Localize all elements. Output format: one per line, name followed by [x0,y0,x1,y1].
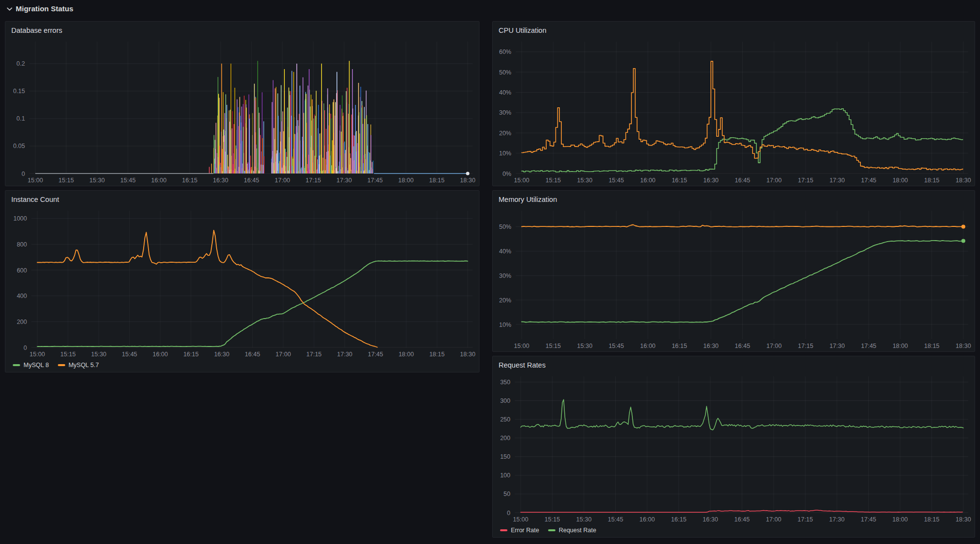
svg-text:20%: 20% [499,297,511,304]
svg-text:16:00: 16:00 [640,177,655,184]
legend-swatch [548,529,555,531]
svg-text:16:00: 16:00 [152,351,168,358]
svg-text:1000: 1000 [13,215,27,222]
svg-text:15:15: 15:15 [58,177,74,184]
svg-text:17:30: 17:30 [829,343,845,349]
svg-text:250: 250 [500,416,510,423]
legend-swatch [13,364,20,366]
panel-body: 0200400600800100015:0015:1515:3015:4516:… [6,206,478,371]
panel-body: 10%20%30%40%50%15:0015:1515:3015:4516:00… [493,206,974,351]
panel-title-memory-utilization[interactable]: Memory Utilization [493,191,975,205]
svg-text:15:45: 15:45 [122,351,137,358]
svg-text:15:30: 15:30 [576,516,591,523]
svg-text:16:30: 16:30 [704,177,719,184]
row-header-migration-status[interactable]: Migration Status [7,4,74,13]
svg-text:16:45: 16:45 [735,343,750,349]
svg-text:18:15: 18:15 [429,177,444,184]
svg-text:18:00: 18:00 [893,343,908,349]
panel-memory-utilization: Memory Utilization 10%20%30%40%50%15:001… [492,190,975,352]
panel-cpu-utilization: CPU Utilization 0%10%20%30%40%50%60%15:0… [492,21,975,186]
svg-text:18:30: 18:30 [955,516,971,523]
svg-text:17:45: 17:45 [367,177,382,184]
svg-text:15:00: 15:00 [514,177,529,184]
svg-text:18:15: 18:15 [924,177,939,184]
legend-swatch [500,529,507,531]
svg-text:350: 350 [500,379,510,386]
svg-text:16:45: 16:45 [734,516,750,523]
svg-text:16:30: 16:30 [214,351,229,358]
svg-text:200: 200 [500,435,510,442]
svg-text:10%: 10% [499,321,511,328]
svg-text:17:00: 17:00 [766,343,781,349]
svg-text:17:15: 17:15 [798,516,813,523]
svg-text:15:45: 15:45 [608,177,624,184]
svg-text:40%: 40% [499,89,511,96]
svg-text:10%: 10% [499,150,511,157]
svg-text:16:30: 16:30 [213,177,228,184]
svg-text:0.15: 0.15 [13,88,25,95]
svg-text:18:30: 18:30 [460,177,475,184]
row-title: Migration Status [16,4,74,13]
svg-text:17:00: 17:00 [275,177,290,184]
svg-text:30%: 30% [499,109,511,116]
svg-text:0.05: 0.05 [13,143,25,149]
svg-text:17:45: 17:45 [368,351,383,358]
svg-text:16:45: 16:45 [245,351,260,358]
svg-text:15:00: 15:00 [27,177,43,184]
svg-text:16:15: 16:15 [672,343,687,349]
svg-text:16:15: 16:15 [672,177,687,184]
svg-text:17:15: 17:15 [305,177,321,184]
svg-text:400: 400 [17,293,27,299]
svg-text:15:00: 15:00 [513,516,528,523]
legend-swatch [58,364,65,366]
svg-text:16:45: 16:45 [244,177,259,184]
svg-text:15:30: 15:30 [89,177,104,184]
svg-text:600: 600 [17,267,27,274]
legend-item-request-rate[interactable]: Request Rate [548,527,596,534]
legend-item-error-rate[interactable]: Error Rate [500,527,539,534]
svg-text:15:30: 15:30 [577,177,592,184]
panel-title-instance-count[interactable]: Instance Count [5,191,479,205]
svg-text:17:30: 17:30 [336,177,352,184]
instance-count-chart-canvas[interactable]: 0200400600800100015:0015:1515:3015:4516:… [6,206,478,359]
svg-text:0: 0 [507,510,510,517]
svg-text:17:30: 17:30 [337,351,352,358]
svg-text:16:00: 16:00 [639,516,654,523]
svg-text:50%: 50% [499,223,511,230]
svg-text:15:45: 15:45 [608,516,623,523]
svg-text:0%: 0% [503,171,511,177]
svg-text:800: 800 [17,241,27,248]
cpu-utilization-chart-canvas[interactable]: 0%10%20%30%40%50%60%15:0015:1515:3015:45… [493,37,974,185]
legend-item-mysql-8[interactable]: MySQL 8 [13,362,49,369]
svg-text:16:00: 16:00 [640,343,655,349]
request-rates-legend: Error RateRequest Rate [500,527,596,534]
svg-text:17:00: 17:00 [276,351,291,358]
svg-text:18:30: 18:30 [955,343,971,349]
chevron-down-icon [7,7,12,11]
legend-item-mysql-5-7[interactable]: MySQL 5.7 [58,362,99,369]
svg-text:18:00: 18:00 [399,351,414,358]
svg-text:16:30: 16:30 [703,516,718,523]
panel-body: 05010015020025030035015:0015:1515:3015:4… [493,371,974,537]
svg-text:18:15: 18:15 [429,351,445,358]
svg-text:15:30: 15:30 [91,351,106,358]
svg-text:15:00: 15:00 [29,351,45,358]
database-errors-chart-canvas[interactable]: 00.050.10.150.215:0015:1515:3015:4516:00… [6,37,478,185]
legend-label: MySQL 8 [24,362,49,369]
svg-text:15:15: 15:15 [545,516,560,523]
svg-text:18:30: 18:30 [955,177,971,184]
panel-database-errors: Database errors 00.050.10.150.215:0015:1… [5,21,479,186]
legend-label: MySQL 5.7 [69,362,99,369]
svg-text:30%: 30% [499,272,511,279]
panel-title-request-rates[interactable]: Request Rates [493,356,975,371]
svg-text:16:15: 16:15 [183,351,199,358]
request-rates-chart-canvas[interactable]: 05010015020025030035015:0015:1515:3015:4… [493,371,974,524]
panel-title-database-errors[interactable]: Database errors [5,22,479,36]
panel-request-rates: Request Rates 05010015020025030035015:00… [492,356,975,538]
memory-utilization-chart-canvas[interactable]: 10%20%30%40%50%15:0015:1515:3015:4516:00… [493,206,974,351]
svg-text:18:15: 18:15 [924,516,939,523]
panel-title-cpu-utilization[interactable]: CPU Utilization [493,22,975,36]
panel-instance-count: Instance Count 0200400600800100015:0015:… [5,190,479,372]
svg-text:40%: 40% [499,248,511,255]
svg-text:17:15: 17:15 [798,343,813,349]
